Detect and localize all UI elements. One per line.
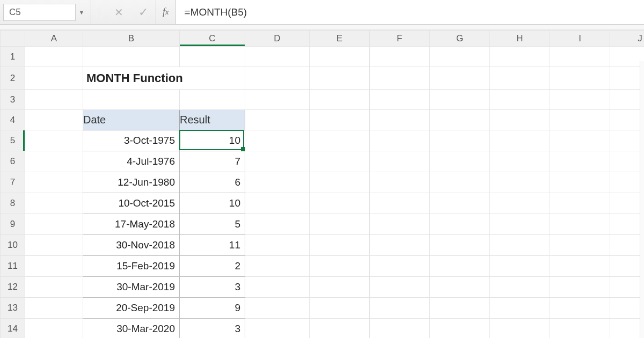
cell-C6[interactable]: 7: [180, 151, 245, 172]
cell-C12[interactable]: 3: [180, 277, 245, 298]
row-header-2[interactable]: 2: [1, 67, 25, 90]
cell-C14[interactable]: 3: [180, 319, 245, 339]
cell-B13[interactable]: 20-Sep-2019: [83, 298, 180, 319]
cell-B14[interactable]: 30-Mar-2020: [83, 319, 180, 339]
select-all-corner[interactable]: [1, 31, 25, 47]
row-12: 12 30-Mar-2019 3: [1, 277, 645, 298]
row-header-14[interactable]: 14: [1, 319, 25, 339]
table-header-result[interactable]: Result: [180, 110, 245, 130]
row-7: 7 12-Jun-1980 6: [1, 172, 645, 193]
cell-B10[interactable]: 30-Nov-2018: [83, 235, 180, 256]
row-header-5[interactable]: 5: [1, 130, 25, 151]
accept-formula-icon[interactable]: ✓: [138, 5, 148, 19]
row-11: 11 15-Feb-2019 2: [1, 256, 645, 277]
cell-B7[interactable]: 12-Jun-1980: [83, 172, 180, 193]
cell-B8[interactable]: 10-Oct-2015: [83, 193, 180, 214]
row-5: 5 3-Oct-1975 10: [1, 130, 645, 151]
name-box-dropdown-icon[interactable]: ▼: [76, 9, 87, 16]
row-9: 9 17-May-2018 5: [1, 214, 645, 235]
cell-C8[interactable]: 10: [180, 193, 245, 214]
row-header-11[interactable]: 11: [1, 256, 25, 277]
formula-controls: ✕ ✓: [91, 0, 156, 24]
fx-label[interactable]: fx: [156, 0, 175, 24]
row-header-6[interactable]: 6: [1, 151, 25, 172]
vertical-scrollbar[interactable]: [640, 61, 644, 338]
cell-C11[interactable]: 2: [180, 256, 245, 277]
cell-B9[interactable]: 17-May-2018: [83, 214, 180, 235]
row-header-12[interactable]: 12: [1, 277, 25, 298]
row-10: 10 30-Nov-2018 11: [1, 235, 645, 256]
row-13: 13 20-Sep-2019 9: [1, 298, 645, 319]
cancel-formula-icon[interactable]: ✕: [114, 6, 123, 19]
sheet-table: A B C D E F G H I J 1 2 MONTH Function: [0, 30, 644, 338]
col-header-H[interactable]: H: [490, 31, 550, 47]
col-header-D[interactable]: D: [245, 31, 310, 47]
name-box-wrap: C5 ▼: [0, 0, 91, 24]
divider: [99, 5, 99, 19]
page-title: MONTH Function: [83, 68, 245, 89]
column-header-row: A B C D E F G H I J: [1, 31, 645, 47]
cell-B5[interactable]: 3-Oct-1975: [83, 130, 180, 151]
formula-bar: C5 ▼ ✕ ✓ fx =MONTH(B5): [0, 0, 644, 25]
formula-input[interactable]: =MONTH(B5): [175, 0, 644, 24]
row-8: 8 10-Oct-2015 10: [1, 193, 645, 214]
spacer-strip: [0, 25, 644, 30]
row-header-7[interactable]: 7: [1, 172, 25, 193]
row-header-3[interactable]: 3: [1, 90, 25, 110]
cell-C10[interactable]: 11: [180, 235, 245, 256]
cell-C13[interactable]: 9: [180, 298, 245, 319]
worksheet-grid[interactable]: A B C D E F G H I J 1 2 MONTH Function: [0, 30, 644, 338]
col-header-I[interactable]: I: [550, 31, 610, 47]
row-14: 14 30-Mar-2020 3: [1, 319, 645, 339]
table-header-date[interactable]: Date: [83, 110, 180, 130]
col-header-C[interactable]: C: [180, 31, 245, 47]
cell-C7[interactable]: 6: [180, 172, 245, 193]
cell-B11[interactable]: 15-Feb-2019: [83, 256, 180, 277]
row-2: 2 MONTH Function: [1, 67, 645, 90]
cell-B6[interactable]: 4-Jul-1976: [83, 151, 180, 172]
row-4: 4 Date Result: [1, 110, 645, 130]
row-header-1[interactable]: 1: [1, 47, 25, 67]
col-header-F[interactable]: F: [370, 31, 430, 47]
row-header-13[interactable]: 13: [1, 298, 25, 319]
col-header-A[interactable]: A: [25, 31, 83, 47]
col-header-E[interactable]: E: [310, 31, 370, 47]
row-header-4[interactable]: 4: [1, 110, 25, 130]
row-1: 1: [1, 47, 645, 67]
cell-B12[interactable]: 30-Mar-2019: [83, 277, 180, 298]
row-header-8[interactable]: 8: [1, 193, 25, 214]
col-header-G[interactable]: G: [430, 31, 490, 47]
row-3: 3: [1, 90, 645, 110]
row-6: 6 4-Jul-1976 7: [1, 151, 645, 172]
row-header-10[interactable]: 10: [1, 235, 25, 256]
row-header-9[interactable]: 9: [1, 214, 25, 235]
col-header-J[interactable]: J: [610, 31, 645, 47]
cell-C5[interactable]: 10: [180, 130, 245, 151]
cell-C9[interactable]: 5: [180, 214, 245, 235]
name-box[interactable]: C5: [3, 4, 76, 21]
col-header-B[interactable]: B: [83, 31, 180, 47]
